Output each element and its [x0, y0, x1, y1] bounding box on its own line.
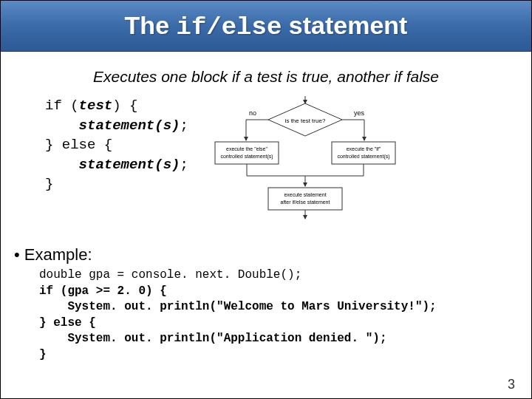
slide-title: The if/else statement: [125, 11, 408, 41]
example-label: • Example:: [14, 245, 531, 265]
slide-title-bar: The if/else statement: [1, 1, 531, 52]
svg-text:controlled statement(s): controlled statement(s): [337, 154, 389, 160]
syntax-row: if (test) { statement(s); } else { state…: [45, 96, 531, 225]
svg-text:after if/else statement: after if/else statement: [280, 200, 330, 205]
title-post: statement: [282, 11, 407, 39]
example-code-block: double gpa = console. next. Double(); if…: [39, 267, 531, 364]
svg-text:execute the "else": execute the "else": [226, 146, 267, 151]
title-pre: The: [125, 11, 177, 39]
svg-text:execute the "if": execute the "if": [347, 146, 381, 151]
svg-rect-4: [215, 142, 279, 164]
svg-text:controlled statement(s): controlled statement(s): [220, 154, 273, 160]
svg-rect-16: [268, 188, 342, 210]
yes-label: yes: [354, 109, 365, 117]
flowchart-svg: is the test true? no yes execute the "el…: [211, 96, 399, 222]
no-label: no: [249, 109, 256, 117]
page-number: 3: [508, 377, 515, 392]
diamond-label: is the test true?: [284, 117, 325, 124]
svg-text:execute statement: execute statement: [284, 192, 326, 197]
syntax-block: if (test) { statement(s); } else { state…: [45, 96, 188, 194]
slide-subtitle: Executes one block if a test is true, an…: [23, 68, 509, 86]
flowchart-diagram: is the test true? no yes execute the "el…: [211, 96, 399, 225]
svg-rect-9: [332, 142, 395, 164]
title-code: if/else: [177, 13, 282, 41]
